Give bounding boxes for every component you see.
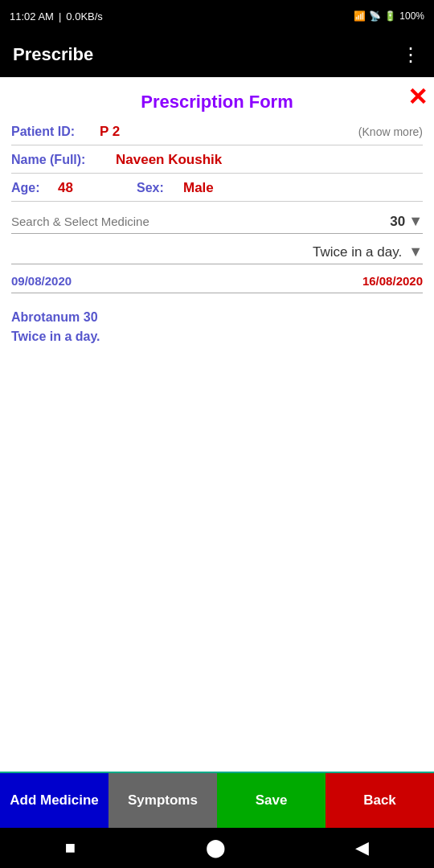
frequency-dropdown-arrow[interactable]: ▼ — [408, 244, 423, 260]
save-button[interactable]: Save — [217, 773, 326, 828]
more-options-button[interactable]: ⋮ — [401, 43, 421, 66]
frequency-row[interactable]: Twice in a day. ▼ — [11, 244, 423, 264]
quantity-value: 30 — [390, 214, 405, 230]
battery-level: 100% — [399, 10, 424, 22]
time: 11:02 AM — [10, 10, 54, 23]
name-label: Name (Full): — [11, 153, 116, 167]
frequency-value: Twice in a day. — [313, 244, 402, 260]
date-end[interactable]: 16/08/2020 — [362, 274, 423, 288]
back-button[interactable]: Back — [326, 773, 434, 828]
form-content: ✕ Prescription Form Patient ID: P 2 (Kno… — [0, 77, 434, 772]
battery-icon: 🔋 — [384, 10, 396, 22]
patient-id-row: Patient ID: P 2 (Know more) — [11, 124, 423, 145]
nav-bar: ■ ⬤ ◀ — [0, 828, 434, 868]
date-row: 09/08/2020 16/08/2020 — [11, 274, 423, 293]
name-row: Name (Full): Naveen Koushik — [11, 152, 423, 174]
age-sex-row: Age: 48 Sex: Male — [11, 180, 423, 202]
medicine-frequency: Twice in a day. — [11, 330, 100, 343]
symptoms-button[interactable]: Symptoms — [108, 773, 217, 828]
home-icon[interactable]: ⬤ — [206, 837, 226, 858]
network-speed: | — [59, 10, 61, 23]
status-left: 11:02 AM | 0.0KB/s — [10, 10, 103, 23]
wifi-icon: 📶 — [354, 10, 366, 22]
medicine-list: Abrotanum 30 Twice in a day. — [11, 308, 423, 346]
status-right: 📶 📡 🔋 100% — [354, 10, 424, 22]
network-data: 0.0KB/s — [66, 10, 103, 23]
action-bar: Add Medicine Symptoms Save Back — [0, 772, 434, 828]
quantity-dropdown-arrow[interactable]: ▼ — [408, 213, 423, 230]
name-value: Naveen Koushik — [116, 152, 222, 168]
quantity-select[interactable]: 30 ▼ — [358, 213, 423, 230]
app-bar: Prescribe ⋮ — [0, 32, 434, 77]
add-medicine-button[interactable]: Add Medicine — [0, 773, 108, 828]
medicine-search-input[interactable] — [11, 215, 358, 228]
back-nav-icon[interactable]: ◀ — [355, 837, 369, 858]
stop-icon[interactable]: ■ — [65, 837, 76, 858]
medicine-name: Abrotanum 30 — [11, 310, 98, 324]
sex-value: Male — [183, 180, 214, 196]
medicine-entry-1: Abrotanum 30 Twice in a day. — [11, 308, 423, 346]
patient-id-value: P 2 — [100, 124, 358, 140]
signal-icon: 📡 — [369, 10, 381, 22]
form-title: Prescription Form — [11, 77, 423, 124]
close-button[interactable]: ✕ — [407, 85, 428, 109]
know-more-link[interactable]: (Know more) — [358, 125, 423, 138]
medicine-row[interactable]: 30 ▼ — [11, 213, 423, 234]
status-bar: 11:02 AM | 0.0KB/s 📶 📡 🔋 100% — [0, 0, 434, 32]
age-label: Age: — [11, 181, 51, 195]
patient-id-label: Patient ID: — [11, 125, 100, 139]
app-title: Prescribe — [13, 44, 93, 65]
age-value: 48 — [58, 180, 122, 196]
date-start[interactable]: 09/08/2020 — [11, 274, 72, 288]
sex-label: Sex: — [137, 181, 177, 195]
